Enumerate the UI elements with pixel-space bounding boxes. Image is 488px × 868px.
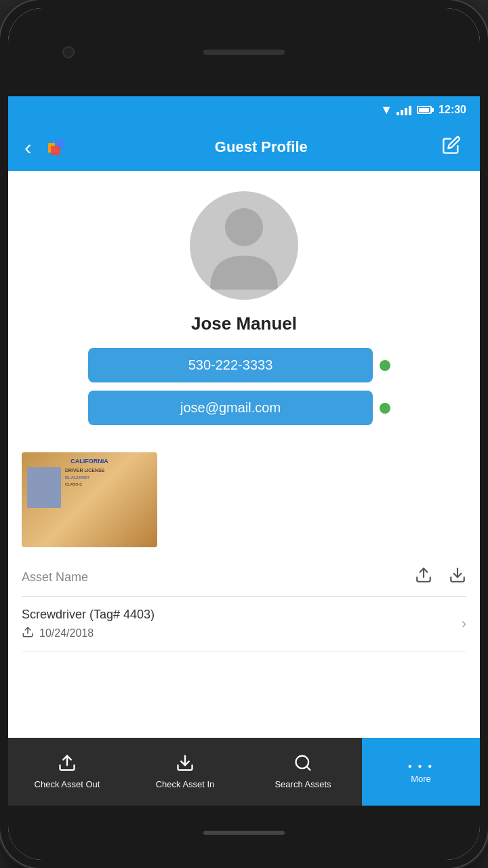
phone-screen: ▼ 12:30 ‹ <box>8 8 480 860</box>
id-card-section: CALIFORNIA DRIVER LICENSE DL A1234567 CL… <box>8 447 480 558</box>
table-row[interactable]: Screwdriver (Tag# 4403) 10/24/2018 <box>22 597 466 652</box>
bottom-bezel <box>8 806 480 860</box>
header-title: Guest Profile <box>78 138 445 156</box>
asset-header-icons <box>415 566 466 588</box>
id-card-state: CALIFORNIA <box>27 458 152 465</box>
wifi-icon: ▼ <box>380 103 392 117</box>
id-card-image[interactable]: CALIFORNIA DRIVER LICENSE DL A1234567 CL… <box>22 452 157 547</box>
phone-field-row: 530-222-3333 <box>88 348 400 382</box>
camera <box>62 46 75 58</box>
edit-button[interactable] <box>439 133 464 161</box>
main-content: Jose Manuel 530-222-3333 jose@gmail.com <box>8 171 480 738</box>
asset-date-row: 10/24/2018 <box>22 626 462 640</box>
upload-icon[interactable] <box>415 566 432 588</box>
svg-line-10 <box>306 767 310 770</box>
phone-frame: ▼ 12:30 ‹ <box>0 0 488 868</box>
check-out-icon <box>58 753 77 775</box>
chevron-right-icon: › <box>462 615 466 633</box>
email-field[interactable]: jose@gmail.com <box>88 391 373 425</box>
battery-icon <box>417 106 432 114</box>
status-bar: ▼ 12:30 <box>8 96 480 123</box>
home-bar <box>203 831 285 835</box>
time-display: 12:30 <box>439 104 466 116</box>
app-logo <box>45 135 70 159</box>
phone-field[interactable]: 530-222-3333 <box>88 348 373 382</box>
phone-status-dot <box>380 360 390 371</box>
nav-search-assets[interactable]: Search Assets <box>244 738 362 806</box>
search-icon <box>293 753 312 775</box>
id-text: DRIVER LICENSE DL A1234567 CLASS C <box>65 467 152 487</box>
nav-more-label: More <box>411 774 431 785</box>
back-button[interactable]: ‹ <box>19 134 37 161</box>
download-icon[interactable] <box>449 566 466 588</box>
screen: ▼ 12:30 ‹ <box>8 96 480 806</box>
asset-table: Asset Name <box>8 558 480 652</box>
check-in-icon <box>176 753 195 775</box>
svg-point-3 <box>225 208 263 246</box>
user-name: Jose Manuel <box>191 313 297 334</box>
speaker <box>203 50 285 55</box>
signal-icon <box>396 104 411 115</box>
bottom-navigation: Check Asset Out Check Asset In <box>8 738 480 806</box>
email-status-dot <box>380 403 390 414</box>
nav-more[interactable]: ● ● ● More <box>362 738 480 806</box>
more-icon: ● ● ● <box>408 759 434 770</box>
asset-info: Screwdriver (Tag# 4403) 10/24/2018 <box>22 608 462 640</box>
top-bezel <box>8 8 480 96</box>
checkout-icon <box>22 626 34 640</box>
asset-name: Screwdriver (Tag# 4403) <box>22 608 462 622</box>
email-field-row: jose@gmail.com <box>88 391 400 425</box>
avatar-silhouette <box>203 201 285 290</box>
asset-table-header: Asset Name <box>22 558 466 597</box>
app-header: ‹ Guest Profile <box>8 123 480 171</box>
id-photo <box>27 467 61 508</box>
asset-column-header: Asset Name <box>22 570 415 585</box>
svg-rect-2 <box>51 146 60 155</box>
nav-check-asset-in[interactable]: Check Asset In <box>126 738 244 806</box>
status-icons: ▼ 12:30 <box>380 103 466 117</box>
profile-section: Jose Manuel 530-222-3333 jose@gmail.com <box>8 171 480 447</box>
nav-search-label: Search Assets <box>274 779 331 790</box>
nav-check-in-label: Check Asset In <box>156 779 215 790</box>
asset-date: 10/24/2018 <box>39 627 94 639</box>
avatar <box>190 191 298 300</box>
nav-check-asset-out[interactable]: Check Asset Out <box>8 738 126 806</box>
nav-check-out-label: Check Asset Out <box>35 779 100 790</box>
